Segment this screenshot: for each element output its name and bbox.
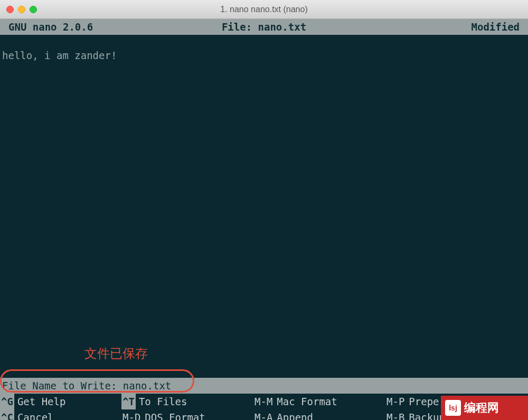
watermark-text: 编程网 [464,400,499,416]
shortcut-key: M-M [253,394,274,409]
watermark-badge: lsj 编程网 [441,396,528,420]
shortcut-dos-format[interactable]: M-D DOS Format [121,409,253,420]
window-title: 1. nano nano.txt (nano) [0,5,528,14]
shortcut-label: Mac Format [277,394,337,409]
window-titlebar: 1. nano nano.txt (nano) [0,0,528,19]
shortcut-key: M-B [385,409,406,420]
shortcut-label: DOS Format [145,409,205,420]
shortcut-key: M-D [121,409,142,420]
annotation-label: 文件已保存 [84,345,148,362]
shortcut-append[interactable]: M-A Append [253,409,385,420]
shortcut-key: ^G [0,394,14,409]
shortcut-mac-format[interactable]: M-M Mac Format [253,394,385,409]
shortcut-to-files[interactable]: ^T To Files [121,394,253,409]
maximize-icon[interactable] [30,6,37,13]
terminal-area[interactable]: GNU nano 2.0.6 File: nano.txt Modified h… [0,19,528,420]
close-icon[interactable] [6,6,14,13]
shortcut-key: M-P [385,394,406,409]
shortcut-label: Prepe [409,394,439,409]
shortcut-key: M-A [253,409,274,420]
write-prompt[interactable]: File Name to Write: nano.txt [0,378,528,394]
app-version: GNU nano 2.0.6 [8,19,179,35]
shortcut-key: ^T [121,394,136,409]
shortcut-label: To Files [139,394,187,409]
shortcut-get-help[interactable]: ^G Get Help [0,394,121,409]
nano-header: GNU nano 2.0.6 File: nano.txt Modified [0,19,528,35]
shortcut-cancel[interactable]: ^C Cancel [0,409,121,420]
shortcut-label: Get Help [17,394,66,409]
shortcut-label: Append [277,409,313,420]
editor-content[interactable]: hello, i am zander! [0,35,528,61]
minimize-icon[interactable] [18,6,25,13]
shortcut-key: ^C [0,409,14,420]
file-label: File: nano.txt [179,19,350,35]
modified-status: Modified [349,19,520,35]
shortcut-label: Cancel [17,409,54,420]
watermark-logo-icon: lsj [445,400,461,416]
